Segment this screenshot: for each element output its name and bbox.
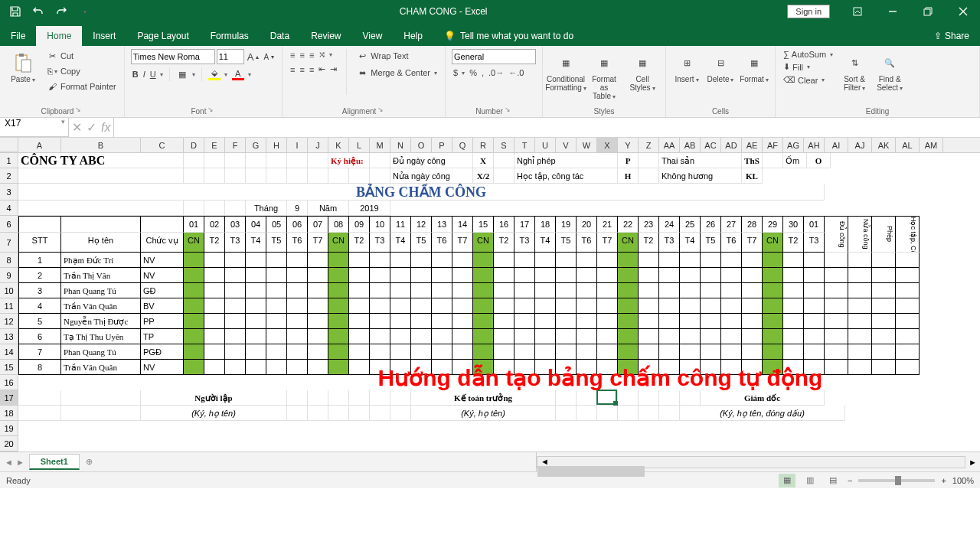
cell[interactable] (225, 268, 246, 283)
cell[interactable] (896, 314, 920, 329)
column-header-O[interactable]: O (411, 138, 432, 152)
fx-icon[interactable]: fx (101, 121, 110, 135)
cell[interactable] (308, 268, 328, 283)
column-header-AF[interactable]: AF (763, 138, 783, 152)
cell[interactable]: 7 (18, 344, 61, 360)
cell[interactable] (535, 344, 556, 360)
cell[interactable] (618, 360, 639, 375)
cell[interactable] (432, 314, 452, 329)
cell[interactable] (742, 268, 763, 283)
cell[interactable]: (Ký, họ tên) (141, 406, 287, 421)
hscroll-right-icon[interactable]: ► (965, 458, 980, 467)
cell[interactable] (597, 390, 618, 406)
align-bottom-button[interactable]: ≡ (308, 49, 315, 60)
row-header-3[interactable]: 3 (0, 184, 18, 201)
cell[interactable] (308, 168, 328, 184)
cell[interactable] (473, 298, 494, 314)
cell[interactable] (141, 216, 184, 233)
column-header-R[interactable]: R (473, 138, 494, 152)
cell[interactable]: 27 (721, 216, 742, 233)
conditional-formatting-button[interactable]: ▦Conditional Formatting (549, 49, 583, 94)
cell[interactable] (618, 344, 639, 360)
cell[interactable] (266, 344, 287, 360)
column-header-AA[interactable]: AA (659, 138, 680, 152)
page-break-view-button[interactable]: ▤ (825, 474, 841, 487)
cell[interactable] (535, 268, 556, 283)
cell[interactable] (804, 329, 825, 344)
cell[interactable] (597, 253, 618, 268)
row-header-1[interactable]: 1 (0, 153, 18, 168)
cell[interactable] (390, 314, 411, 329)
cell[interactable] (804, 253, 825, 268)
cell[interactable] (287, 298, 308, 314)
cell[interactable] (473, 253, 494, 268)
cell[interactable] (328, 298, 349, 314)
align-middle-button[interactable]: ≡ (299, 49, 306, 60)
cell[interactable]: T5 (556, 233, 577, 253)
cell[interactable] (659, 406, 680, 421)
cell[interactable] (349, 344, 370, 360)
column-header-W[interactable]: W (577, 138, 597, 152)
cell[interactable] (721, 268, 742, 283)
cell[interactable] (701, 329, 721, 344)
cell[interactable] (825, 344, 848, 360)
cell[interactable] (721, 253, 742, 268)
accounting-format-button[interactable]: $ (452, 67, 466, 78)
cell[interactable] (473, 268, 494, 283)
cell[interactable] (204, 253, 225, 268)
cell[interactable]: T7 (597, 233, 618, 253)
cell[interactable] (390, 283, 411, 298)
cell[interactable]: P (618, 153, 639, 168)
cell[interactable] (328, 344, 349, 360)
column-header-N[interactable]: N (390, 138, 411, 152)
cell[interactable] (225, 153, 246, 168)
cell[interactable] (246, 344, 266, 360)
cell[interactable] (659, 253, 680, 268)
cell[interactable] (308, 329, 328, 344)
cell[interactable] (556, 314, 577, 329)
cell[interactable] (577, 253, 597, 268)
cell[interactable] (701, 268, 721, 283)
cell[interactable]: H (618, 168, 639, 184)
cell[interactable] (266, 283, 287, 298)
cell[interactable]: KL (742, 168, 763, 184)
cell[interactable] (639, 406, 659, 421)
cell[interactable] (411, 298, 432, 314)
cell[interactable] (556, 329, 577, 344)
cell[interactable] (184, 360, 204, 375)
cell[interactable] (848, 298, 872, 314)
cell[interactable] (308, 344, 328, 360)
cell[interactable] (896, 253, 920, 268)
cell[interactable]: PGĐ (141, 344, 184, 360)
cell[interactable]: ThS (742, 153, 763, 168)
cell[interactable] (225, 329, 246, 344)
new-sheet-button[interactable]: ⊕ (80, 455, 99, 469)
cell[interactable] (618, 390, 639, 406)
cell[interactable] (432, 253, 452, 268)
cell[interactable] (639, 314, 659, 329)
share-button[interactable]: ⇪Share (923, 26, 980, 46)
cell[interactable] (597, 360, 618, 375)
cell[interactable]: TP (141, 329, 184, 344)
cell[interactable] (721, 329, 742, 344)
cell[interactable] (721, 298, 742, 314)
cell[interactable] (556, 298, 577, 314)
copy-button[interactable]: ⎘Copy (44, 64, 118, 78)
cell[interactable] (618, 314, 639, 329)
clipboard-launcher[interactable]: ↘ (74, 106, 83, 116)
cell[interactable] (390, 268, 411, 283)
ribbon-options-icon[interactable] (841, 0, 874, 23)
cell[interactable]: Phan Quang Tú (61, 283, 141, 298)
cell[interactable]: 22 (618, 216, 639, 233)
row-header-7[interactable]: 7 (0, 233, 18, 253)
sheet-nav-next-icon[interactable]: ► (16, 458, 24, 467)
cell[interactable] (287, 390, 308, 406)
cell[interactable] (18, 390, 61, 406)
cell[interactable]: Họ tên (61, 233, 141, 253)
cell[interactable] (494, 168, 514, 184)
cell[interactable] (370, 329, 390, 344)
cell[interactable] (308, 283, 328, 298)
row-header-18[interactable]: 18 (0, 406, 18, 421)
cell[interactable] (763, 360, 783, 375)
cell[interactable]: BV (141, 298, 184, 314)
